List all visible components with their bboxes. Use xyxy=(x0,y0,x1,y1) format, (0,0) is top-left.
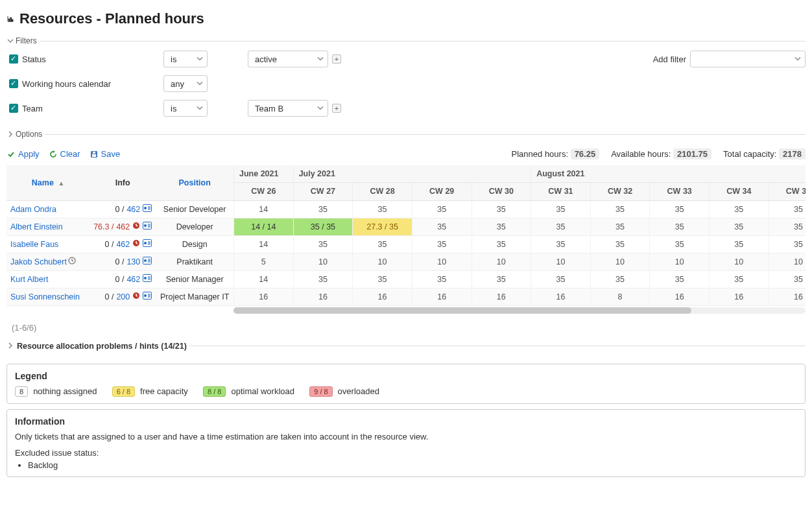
filter-checkbox[interactable] xyxy=(9,54,18,64)
hours-cell[interactable]: 35 xyxy=(412,270,472,288)
hours-cell[interactable]: 35 xyxy=(353,235,412,253)
hours-cell[interactable]: 35 xyxy=(769,270,806,288)
hours-cell[interactable]: 5 xyxy=(234,253,294,270)
col-position-header[interactable]: Position xyxy=(156,165,233,200)
person-link[interactable]: Adam Ondra xyxy=(10,205,56,214)
add-value-button[interactable]: + xyxy=(332,54,341,64)
hours-cell[interactable]: 16 xyxy=(472,288,531,305)
hours-cell[interactable]: 16 xyxy=(234,288,294,305)
vcard-icon[interactable] xyxy=(143,257,152,266)
filter-value-select[interactable]: active xyxy=(248,51,328,67)
hours-cell[interactable]: 10 xyxy=(769,253,806,270)
hours-cell[interactable]: 35 xyxy=(472,218,531,235)
hours-cell[interactable]: 35 xyxy=(531,235,591,253)
hours-cell[interactable]: 16 xyxy=(293,288,353,305)
hours-cell[interactable]: 35 xyxy=(531,200,591,218)
hours-cell[interactable]: 35 xyxy=(710,235,769,253)
hours-cell[interactable]: 10 xyxy=(412,253,472,270)
person-link[interactable]: Jakob Schubert xyxy=(10,257,67,266)
hours-cell[interactable]: 14 xyxy=(234,270,294,288)
vcard-icon[interactable] xyxy=(143,222,152,231)
clear-button[interactable]: Clear xyxy=(49,149,80,159)
hours-cell[interactable]: 35 xyxy=(590,270,650,288)
capacity-link[interactable]: 462 xyxy=(126,275,140,284)
person-link[interactable]: Isabelle Faus xyxy=(10,240,58,249)
hours-cell[interactable]: 10 xyxy=(472,253,531,270)
hours-cell[interactable]: 14 / 14 xyxy=(234,218,294,235)
hours-cell[interactable]: 10 xyxy=(710,253,769,270)
hours-cell[interactable]: 35 xyxy=(650,200,710,218)
hours-cell[interactable]: 10 xyxy=(590,253,650,270)
hours-cell[interactable]: 35 xyxy=(293,200,353,218)
scrollbar-thumb[interactable] xyxy=(233,307,691,314)
hours-cell[interactable]: 16 xyxy=(353,288,412,305)
hours-cell[interactable]: 16 xyxy=(412,288,472,305)
person-link[interactable]: Kurt Albert xyxy=(10,275,48,284)
person-link[interactable]: Albert Einstein xyxy=(10,222,63,231)
hours-cell[interactable]: 35 xyxy=(412,218,472,235)
apply-button[interactable]: Apply xyxy=(6,149,40,159)
hours-cell[interactable]: 35 xyxy=(472,270,531,288)
hours-cell[interactable]: 35 xyxy=(412,200,472,218)
hours-cell[interactable]: 35 xyxy=(353,270,412,288)
person-link[interactable]: Susi Sonnenschein xyxy=(10,292,80,301)
add-value-button[interactable]: + xyxy=(332,104,341,113)
hours-cell[interactable]: 27.3 / 35 xyxy=(353,218,412,235)
filters-toggle[interactable]: Filters xyxy=(6,36,40,45)
hours-cell[interactable]: 35 xyxy=(710,270,769,288)
hours-cell[interactable]: 16 xyxy=(531,288,591,305)
capacity-link[interactable]: 462 xyxy=(126,205,140,214)
hours-cell[interactable]: 35 xyxy=(650,235,710,253)
hours-cell[interactable]: 35 xyxy=(353,200,412,218)
hours-cell[interactable]: 35 xyxy=(590,200,650,218)
vcard-icon[interactable] xyxy=(143,239,152,249)
filter-operator-select[interactable]: is xyxy=(163,51,208,67)
vcard-icon[interactable] xyxy=(143,274,152,284)
filter-checkbox[interactable] xyxy=(9,104,18,113)
hours-cell[interactable]: 35 xyxy=(769,218,806,235)
hours-cell[interactable]: 10 xyxy=(353,253,412,270)
vcard-icon[interactable] xyxy=(143,204,152,214)
hours-cell[interactable]: 35 xyxy=(531,218,591,235)
hours-cell[interactable]: 35 xyxy=(650,270,710,288)
hours-cell[interactable]: 16 xyxy=(710,288,769,305)
hours-cell[interactable]: 16 xyxy=(769,288,806,305)
save-button[interactable]: Save xyxy=(90,149,121,159)
hours-cell[interactable]: 35 xyxy=(412,235,472,253)
hours-cell[interactable]: 35 xyxy=(769,200,806,218)
hours-cell[interactable]: 10 xyxy=(650,253,710,270)
hours-cell[interactable]: 35 xyxy=(769,235,806,253)
filter-operator-select[interactable]: is xyxy=(163,100,208,117)
vcard-icon[interactable] xyxy=(143,292,152,301)
hours-cell[interactable]: 35 xyxy=(650,218,710,235)
timeline-scroll[interactable]: June 2021July 2021August 2021September 2… xyxy=(233,165,806,314)
hours-cell[interactable]: 35 xyxy=(710,200,769,218)
filter-operator-select[interactable]: any xyxy=(163,75,208,92)
hours-cell[interactable]: 35 xyxy=(293,235,353,253)
capacity-link[interactable]: 462 xyxy=(116,222,130,231)
hours-cell[interactable]: 35 / 35 xyxy=(293,218,353,235)
capacity-link[interactable]: 200 xyxy=(116,292,130,301)
options-toggle[interactable]: Options xyxy=(6,130,45,139)
hints-toggle[interactable]: Resource allocation problems / hints (14… xyxy=(6,342,189,351)
hours-cell[interactable]: 35 xyxy=(531,270,591,288)
hours-cell[interactable]: 35 xyxy=(472,200,531,218)
hours-cell[interactable]: 10 xyxy=(293,253,353,270)
hours-cell[interactable]: 14 xyxy=(234,235,294,253)
hours-cell[interactable]: 16 xyxy=(650,288,710,305)
filter-checkbox[interactable] xyxy=(9,79,18,88)
hours-cell[interactable]: 35 xyxy=(590,235,650,253)
hours-cell[interactable]: 35 xyxy=(590,218,650,235)
hours-cell[interactable]: 8 xyxy=(590,288,650,305)
hours-cell[interactable]: 35 xyxy=(293,270,353,288)
hours-cell[interactable]: 35 xyxy=(472,235,531,253)
filter-value-select[interactable]: Team B xyxy=(248,100,328,117)
hours-cell[interactable]: 35 xyxy=(710,218,769,235)
col-name-header[interactable]: Name ▲ xyxy=(6,165,90,200)
add-filter-select[interactable] xyxy=(690,51,806,67)
hours-cell[interactable]: 14 xyxy=(234,200,294,218)
capacity-link[interactable]: 462 xyxy=(116,240,130,249)
horizontal-scrollbar[interactable] xyxy=(233,307,806,314)
hours-cell[interactable]: 10 xyxy=(531,253,591,270)
capacity-link[interactable]: 130 xyxy=(126,257,140,266)
